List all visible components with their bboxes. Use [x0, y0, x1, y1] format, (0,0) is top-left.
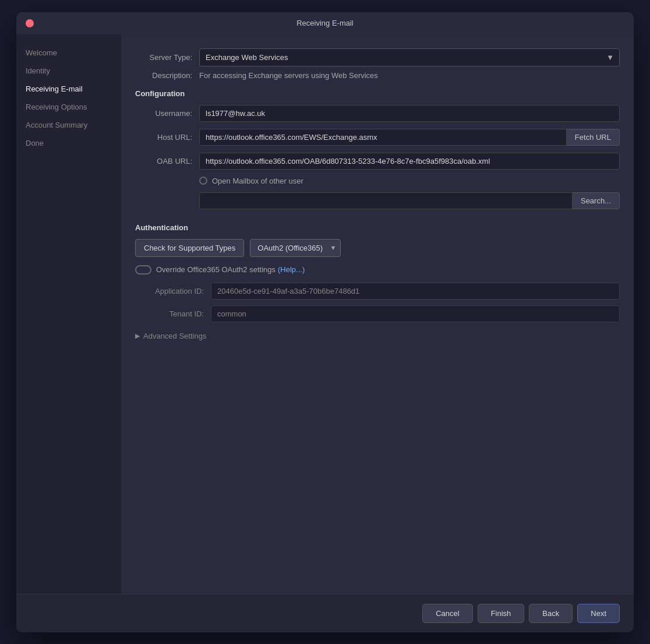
description-label: Description: [135, 71, 199, 80]
sidebar-item-welcome[interactable]: Welcome [16, 44, 121, 62]
oauth-select-wrapper: OAuth2 (Office365) ▼ [250, 239, 341, 257]
mailbox-search-input[interactable] [199, 192, 573, 209]
username-input[interactable] [199, 105, 620, 122]
description-value: For accessing Exchange servers using Web… [199, 71, 378, 80]
configuration-heading: Configuration [135, 89, 620, 98]
sidebar: Welcome Identity Receiving E-mail Receiv… [16, 34, 121, 594]
override-row: Override Office365 OAuth2 settings (Help… [135, 265, 620, 275]
oab-url-input[interactable] [199, 153, 620, 170]
oab-url-row: OAB URL: [135, 153, 620, 170]
application-id-label: Application ID: [135, 287, 211, 295]
window-title: Receiving E-mail [296, 19, 354, 27]
tenant-id-row: Tenant ID: [135, 305, 620, 322]
host-url-input[interactable] [199, 129, 567, 146]
authentication-heading: Authentication [135, 223, 620, 232]
help-link[interactable]: (Help...) [278, 265, 305, 274]
back-button[interactable]: Back [529, 604, 573, 623]
application-id-input[interactable] [211, 283, 620, 300]
sidebar-item-identity[interactable]: Identity [16, 62, 121, 80]
override-toggle[interactable] [135, 265, 151, 275]
override-label: Override Office365 OAuth2 settings [156, 265, 275, 274]
main-window: Receiving E-mail Welcome Identity Receiv… [16, 12, 634, 632]
close-button[interactable] [26, 19, 34, 27]
titlebar: Receiving E-mail [16, 12, 634, 34]
username-label: Username: [135, 109, 199, 118]
auth-type-row: Check for Supported Types OAuth2 (Office… [135, 239, 620, 257]
footer: Cancel Finish Back Next [16, 594, 634, 632]
sidebar-item-done[interactable]: Done [16, 134, 121, 152]
open-mailbox-label: Open Mailbox of other user [212, 177, 303, 185]
tenant-id-label: Tenant ID: [135, 309, 211, 318]
advanced-settings-row[interactable]: ▶ Advanced Settings [135, 332, 620, 340]
finish-button[interactable]: Finish [478, 604, 525, 623]
open-mailbox-toggle[interactable] [199, 177, 207, 185]
server-type-select[interactable]: Exchange Web Services [199, 48, 620, 66]
fetch-url-button[interactable]: Fetch URL [567, 129, 620, 146]
sidebar-item-receiving-options[interactable]: Receiving Options [16, 98, 121, 116]
cancel-button[interactable]: Cancel [422, 604, 472, 623]
advanced-settings-label[interactable]: Advanced Settings [143, 332, 206, 340]
server-type-label: Server Type: [135, 53, 199, 62]
next-button[interactable]: Next [577, 604, 620, 623]
application-id-row: Application ID: [135, 283, 620, 300]
open-mailbox-row: Open Mailbox of other user [199, 177, 620, 185]
search-row: Search... [199, 192, 620, 209]
check-supported-types-button[interactable]: Check for Supported Types [135, 239, 244, 257]
sidebar-item-account-summary[interactable]: Account Summary [16, 116, 121, 134]
oauth-select[interactable]: OAuth2 (Office365) [250, 239, 341, 257]
advanced-settings-arrow-icon: ▶ [135, 332, 140, 340]
search-button[interactable]: Search... [573, 192, 620, 209]
username-row: Username: [135, 105, 620, 122]
content-area: Welcome Identity Receiving E-mail Receiv… [16, 34, 634, 594]
host-url-row: Host URL: Fetch URL [135, 129, 620, 146]
main-content: Server Type: Exchange Web Services ▼ Des… [121, 34, 634, 594]
host-url-label: Host URL: [135, 133, 199, 142]
oab-url-label: OAB URL: [135, 157, 199, 166]
server-type-select-wrapper: Exchange Web Services ▼ [199, 48, 620, 66]
server-type-row: Server Type: Exchange Web Services ▼ [135, 48, 620, 66]
sidebar-item-receiving-email[interactable]: Receiving E-mail [16, 80, 121, 98]
tenant-id-input[interactable] [211, 305, 620, 322]
description-row: Description: For accessing Exchange serv… [135, 71, 620, 80]
